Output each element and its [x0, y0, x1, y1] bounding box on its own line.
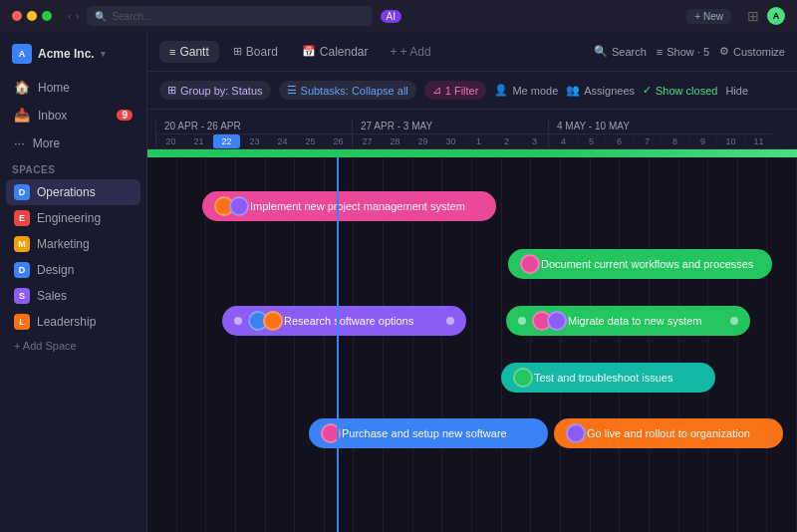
task-document[interactable]: Document current workflows and processes: [508, 249, 772, 279]
calendar-label: Calendar: [320, 45, 369, 59]
add-space-button[interactable]: + Add Space: [0, 335, 146, 357]
titlebar-search[interactable]: 🔍 Search...: [87, 6, 372, 26]
workspace-name: Acme Inc.: [38, 47, 95, 61]
date-range-apr27: 27 APR - 3 MAY 27 28 29 30 1 2 3: [352, 119, 548, 148]
avatar-5: [263, 311, 283, 331]
task-test-avatars: [513, 368, 528, 388]
plus-icon: +: [694, 11, 700, 22]
home-label: Home: [38, 81, 70, 95]
task-migrate[interactable]: Migrate data to new system: [506, 306, 750, 336]
workspace-header[interactable]: A Acme Inc. ▾: [0, 40, 146, 74]
task-implement[interactable]: Implement new project management system: [202, 191, 496, 221]
task-research[interactable]: Research software options: [222, 306, 466, 336]
tab-calendar[interactable]: 📅 Calendar: [292, 41, 379, 63]
day-24: 24: [268, 134, 296, 148]
right-handle[interactable]: [446, 317, 454, 325]
right-handle-2[interactable]: [730, 317, 738, 325]
spaces-list: D Operations E Engineering M Marketing D…: [0, 179, 146, 335]
group-by-label: Group by: Status: [180, 85, 263, 97]
hide-label: Hide: [725, 85, 748, 97]
maximize-button[interactable]: [42, 11, 52, 21]
tab-gantt[interactable]: ≡ Gantt: [159, 41, 219, 63]
day-26: 26: [324, 134, 352, 148]
day-11: 11: [744, 134, 772, 148]
date-range-apr20: 20 APR - 26 APR 20 21 22 23 24 25 26: [155, 119, 352, 148]
search-button[interactable]: 🔍 Search: [594, 45, 647, 58]
group-by-icon: ⊞: [167, 84, 176, 97]
day-5: 5: [577, 134, 605, 148]
day-6: 6: [605, 134, 633, 148]
day-28: 28: [381, 134, 408, 148]
customize-button[interactable]: ⚙ Customize: [719, 45, 785, 58]
add-view-button[interactable]: + + Add: [383, 41, 439, 63]
customize-label: Customize: [733, 46, 785, 58]
show-label: Show · 5: [666, 46, 709, 58]
left-handle[interactable]: [234, 317, 242, 325]
sidebar-item-home[interactable]: 🏠 Home: [6, 74, 140, 101]
grid-icon[interactable]: ⊞: [747, 8, 759, 24]
sidebar-item-sales[interactable]: S Sales: [6, 283, 140, 309]
sidebar-item-marketing[interactable]: M Marketing: [6, 231, 140, 257]
task-purchase-label: Purchase and setup new software: [342, 427, 507, 439]
gantt-icon: ≡: [169, 46, 175, 58]
gantt-body: Implement new project management system …: [147, 149, 797, 532]
sidebar-nav: 🏠 Home 📥 Inbox 9 ··· More: [0, 74, 146, 156]
day-30: 30: [436, 134, 464, 148]
app-container: A Acme Inc. ▾ 🏠 Home 📥 Inbox 9 ··· More …: [0, 32, 797, 532]
new-button[interactable]: + New: [686, 9, 731, 24]
show-closed-filter[interactable]: ✓ Show closed: [643, 84, 717, 97]
subtasks-filter[interactable]: ☰ Subtasks: Collapse all: [279, 81, 416, 100]
task-purchase[interactable]: Purchase and setup new software: [309, 418, 548, 448]
day-23: 23: [240, 134, 268, 148]
day-21: 21: [184, 134, 212, 148]
avatar-2: [229, 196, 249, 216]
gear-icon: ⚙: [719, 45, 729, 58]
task-golive-avatars: [566, 423, 581, 443]
group-by-filter[interactable]: ⊞ Group by: Status: [159, 81, 271, 100]
spaces-section-label: Spaces: [0, 156, 146, 179]
sidebar-item-more[interactable]: ··· More: [6, 130, 140, 156]
left-handle-2[interactable]: [518, 317, 526, 325]
assignees-label: Assignees: [584, 85, 635, 97]
show-button[interactable]: ≡ Show · 5: [657, 46, 709, 58]
search-label: Search: [612, 46, 647, 58]
search-placeholder: Search...: [112, 11, 151, 22]
tab-board[interactable]: ⊞ Board: [223, 41, 288, 63]
leadership-dot: L: [14, 314, 30, 330]
sidebar-item-design[interactable]: D Design: [6, 257, 140, 283]
ai-badge[interactable]: AI: [381, 10, 401, 23]
filter-label: 1 Filter: [445, 85, 479, 97]
day-4: 4: [549, 134, 577, 148]
date-days-may4: 4 5 6 7 8 9 10 11: [549, 134, 772, 148]
hide-button[interactable]: Hide: [725, 85, 748, 97]
avatar[interactable]: A: [767, 7, 785, 25]
day-9: 9: [688, 134, 716, 148]
nav-arrows: ‹ ›: [68, 10, 79, 22]
design-label: Design: [37, 263, 74, 277]
task-test[interactable]: Test and troubleshoot issues: [501, 363, 715, 393]
sidebar-item-leadership[interactable]: L Leadership: [6, 309, 140, 335]
me-mode-filter[interactable]: 👤 Me mode: [494, 84, 558, 97]
back-arrow[interactable]: ‹: [68, 10, 72, 22]
sidebar-item-inbox[interactable]: 📥 Inbox 9: [6, 102, 140, 129]
filter-bar: ⊞ Group by: Status ☰ Subtasks: Collapse …: [147, 72, 797, 110]
toolbar-right: 🔍 Search ≡ Show · 5 ⚙ Customize: [594, 45, 785, 58]
sidebar-item-engineering[interactable]: E Engineering: [6, 205, 140, 231]
task-document-label: Document current workflows and processes: [541, 258, 753, 270]
filter-chip[interactable]: ⊿ 1 Filter: [424, 81, 487, 100]
close-button[interactable]: [12, 11, 22, 21]
assignees-filter[interactable]: 👥 Assignees: [566, 84, 635, 97]
person-icon: 👤: [494, 84, 508, 97]
avatar-8: [513, 368, 533, 388]
forward-arrow[interactable]: ›: [76, 10, 80, 22]
main-content: ≡ Gantt ⊞ Board 📅 Calendar + + Add 🔍 Sea…: [147, 32, 797, 532]
task-golive[interactable]: Go live and rollout to organization: [554, 418, 783, 448]
search-icon: 🔍: [594, 45, 608, 58]
day-22-today: 22: [212, 134, 240, 148]
task-golive-label: Go live and rollout to organization: [587, 427, 750, 439]
sidebar-item-operations[interactable]: D Operations: [6, 179, 140, 205]
calendar-icon: 📅: [302, 45, 316, 58]
filter-icon: ⊿: [432, 84, 441, 97]
subtasks-icon: ☰: [287, 84, 297, 97]
minimize-button[interactable]: [27, 11, 37, 21]
